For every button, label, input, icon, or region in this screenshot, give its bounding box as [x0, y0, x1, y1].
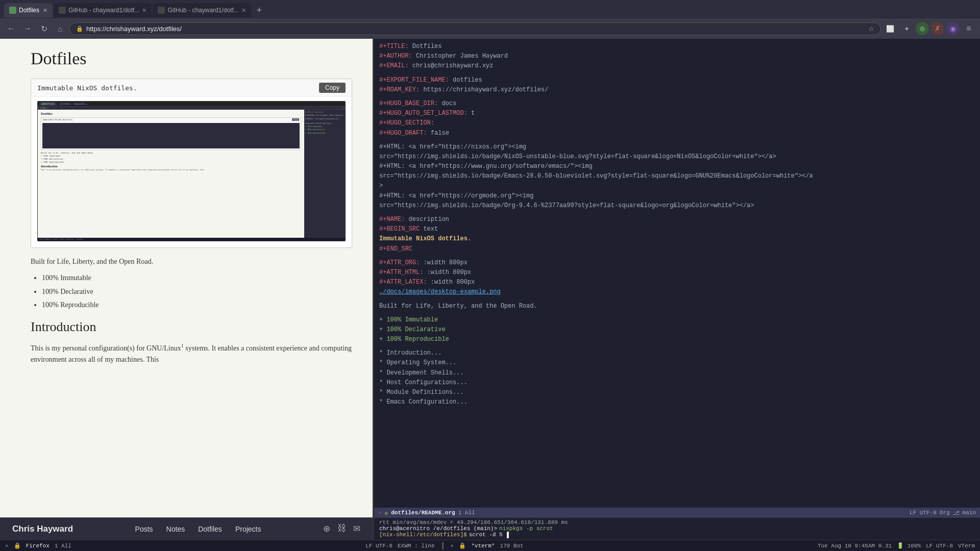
- tab-close-3[interactable]: ✕: [241, 7, 246, 14]
- term-blank-7: [379, 311, 975, 315]
- system-lock-icon-2: 🔒: [459, 542, 466, 549]
- footer-nav-projects[interactable]: Projects: [235, 525, 261, 533]
- status-branch-icon: ⎇: [953, 510, 960, 516]
- term-line-hugo-sec: #+HUGO_SECTION:: [379, 118, 975, 128]
- shell-line: [nix-shell:/etc/dotfiles]$ scrot -d 5 ▋: [379, 532, 975, 538]
- term-line-roam: #+ROAM_KEY: https://chrishayward.xyz/dot…: [379, 85, 975, 95]
- intro-paragraph: This is my personal configuration(s) for…: [31, 342, 352, 365]
- lock-icon: 🔒: [76, 26, 83, 32]
- term-emacs-heading: * Emacs Configuration...: [379, 397, 975, 407]
- browser-chrome: Dotfiles ✕ GitHub - chayward1/dotf... ✕ …: [0, 0, 980, 551]
- system-status-bar: ● 🔒 Firefox 1 All LF UTF-8 EXWM : line ●…: [0, 540, 980, 551]
- status-dot-left: ●: [378, 510, 382, 516]
- term-line-hugo-draft: #+HUGO_DRAFT: false: [379, 129, 975, 138]
- link-icon[interactable]: ⛓: [337, 523, 346, 534]
- intro-heading: Introduction: [31, 319, 352, 335]
- term-host-heading: * Host Configurations...: [379, 378, 975, 388]
- page-title: Dotfiles: [31, 49, 352, 68]
- screen-button[interactable]: ⬜: [883, 21, 897, 36]
- list-item-2: 100% Declarative: [42, 286, 352, 297]
- term-blank-3: [379, 138, 975, 142]
- tab-close-2[interactable]: ✕: [142, 7, 146, 14]
- terminal-content[interactable]: #+TITLE: Dotfiles #+AUTHOR: Christopher …: [374, 39, 980, 508]
- term-reproducible: + 100% Reproducible: [379, 335, 975, 344]
- system-vterm: *vterm*: [471, 543, 495, 549]
- term-os-heading: * Operating System...: [379, 358, 975, 368]
- tab-favicon-1: [9, 7, 16, 14]
- term-line-author: #+AUTHOR: Christopher James Hayward: [379, 52, 975, 61]
- term-html-1b: src="https://img.shields.io/badge/NixOS-…: [379, 152, 975, 162]
- system-dot-right: ●: [451, 543, 454, 549]
- system-encoding-left: LF UTF-8: [365, 543, 393, 549]
- cmd-colored: nixpkgs -p scrot: [499, 525, 553, 532]
- tab-close-1[interactable]: ✕: [43, 7, 47, 14]
- emacs-status-line: ● ◉ dotfiles/README.org 1 All LF UTF-8 O…: [374, 508, 980, 518]
- term-attr-org: #+ATTR_ORG: :width 800px: [379, 258, 975, 268]
- new-tab-button[interactable]: +: [252, 3, 266, 17]
- term-html-2: #+HTML: <a href="https://www.gnu.org/sof…: [379, 162, 975, 171]
- screenshot-preview: Dotfiles GitHub - chayward1... ←→↻⌂: [37, 101, 346, 241]
- tab-bar: Dotfiles ✕ GitHub - chayward1/dotf... ✕ …: [0, 0, 980, 18]
- system-vterm-mode: VTerm: [958, 543, 975, 549]
- footer-nav: Posts Notes Dotfiles Projects: [135, 525, 261, 533]
- term-immutable: + 100% Immutable: [379, 315, 975, 325]
- description-box: Immutable NixOS dotfiles. Copy Dotfiles: [31, 79, 352, 248]
- back-button[interactable]: ←: [4, 21, 18, 36]
- term-image-link[interactable]: ./docs/images/desktop-example.png: [379, 287, 975, 297]
- term-blank-8: [379, 344, 975, 348]
- address-text: https://chrishayward.xyz/dotfiles/: [86, 25, 865, 33]
- term-line-hugo-auto: #+HUGO_AUTO_SET_LASTMOD: t: [379, 109, 975, 118]
- description-text: Immutable NixOS dotfiles.: [37, 84, 137, 92]
- nav-action-green[interactable]: ⊕: [916, 22, 929, 35]
- mail-icon[interactable]: ✉: [353, 523, 360, 534]
- bookmark-button[interactable]: ✦: [899, 21, 914, 36]
- system-one-all: 1 All: [55, 543, 71, 549]
- term-blank-5: [379, 254, 975, 258]
- term-dev-heading: * Development Shells...: [379, 368, 975, 378]
- prompt-text: chris@acernitro /e/dotfiles (main)>: [379, 525, 497, 532]
- page-footer: Chris Hayward Posts Notes Dotfiles Proje…: [0, 517, 373, 540]
- menu-button[interactable]: ≡: [962, 21, 976, 36]
- footer-nav-dotfiles[interactable]: Dotfiles: [198, 525, 222, 533]
- address-bar[interactable]: 🔒 https://chrishayward.xyz/dotfiles/ ☆: [69, 22, 881, 35]
- star-icon[interactable]: ☆: [868, 25, 874, 33]
- tab-github-1[interactable]: GitHub - chayward1/dotf... ✕: [54, 3, 152, 17]
- term-src-content: Immutable NixOS dotfiles.: [379, 234, 975, 244]
- home-button[interactable]: ⌂: [53, 21, 67, 36]
- system-vterm-lines: 170 Bot: [500, 543, 523, 549]
- intro-text: This is my personal configuration(s) for…: [31, 344, 181, 352]
- tab-favicon-2: [59, 7, 66, 14]
- github-icon[interactable]: ⊕: [323, 523, 330, 534]
- term-begin-src: #+BEGIN_SRC text: [379, 224, 975, 234]
- refresh-button[interactable]: ↻: [37, 21, 51, 36]
- nav-action-red[interactable]: ✗: [931, 22, 944, 35]
- nav-action-purple[interactable]: ◉: [946, 22, 960, 35]
- tab-github-2[interactable]: GitHub - chayward1/dotf... ✕: [153, 3, 251, 17]
- term-built-for: Built for Life, Liberty, and the Open Ro…: [379, 302, 975, 311]
- footer-nav-notes[interactable]: Notes: [166, 525, 185, 533]
- forward-button[interactable]: →: [20, 21, 35, 36]
- term-html-2c: >: [379, 181, 975, 191]
- term-module-heading: * Module Definitions...: [379, 388, 975, 397]
- system-mode: EXWM : line: [398, 543, 435, 549]
- copy-button[interactable]: Copy: [319, 83, 346, 93]
- right-panel: #+TITLE: Dotfiles #+AUTHOR: Christopher …: [374, 39, 980, 540]
- system-battery: 🔋 100%: [897, 542, 921, 549]
- footer-title: Chris Hayward: [12, 524, 73, 534]
- list-item-3: 100% Reproducible: [42, 299, 352, 311]
- term-line-title: #+TITLE: Dotfiles: [379, 42, 975, 52]
- footer-nav-posts[interactable]: Posts: [135, 525, 153, 533]
- term-line-export: #+EXPORT_FILE_NAME: dotfiles: [379, 76, 975, 85]
- tab-dotfiles[interactable]: Dotfiles ✕: [4, 3, 53, 17]
- tab-label-2: GitHub - chayward1/dotf...: [68, 7, 139, 14]
- footer-icons: ⊕ ⛓ ✉: [323, 523, 360, 534]
- term-attr-html: #+ATTR_HTML: :width 800px: [379, 268, 975, 278]
- term-attr-latex: #+ATTR_LATEX: :width 800px: [379, 278, 975, 287]
- minibuffer: rtt min/avg/max/mdev = 49.294/186.651/36…: [374, 518, 980, 540]
- term-html-1: #+HTML: <a href="https://nixos.org"><img: [379, 142, 975, 152]
- page-scroll-area[interactable]: Dotfiles Immutable NixOS dotfiles. Copy: [0, 39, 373, 517]
- term-html-3: #+HTML: <a href="https://orgmode.org"><i…: [379, 191, 975, 201]
- shell-cmd: scrot -d 5: [469, 532, 503, 538]
- nav-bar: ← → ↻ ⌂ 🔒 https://chrishayward.xyz/dotfi…: [0, 18, 980, 39]
- left-panel: Dotfiles Immutable NixOS dotfiles. Copy: [0, 39, 373, 540]
